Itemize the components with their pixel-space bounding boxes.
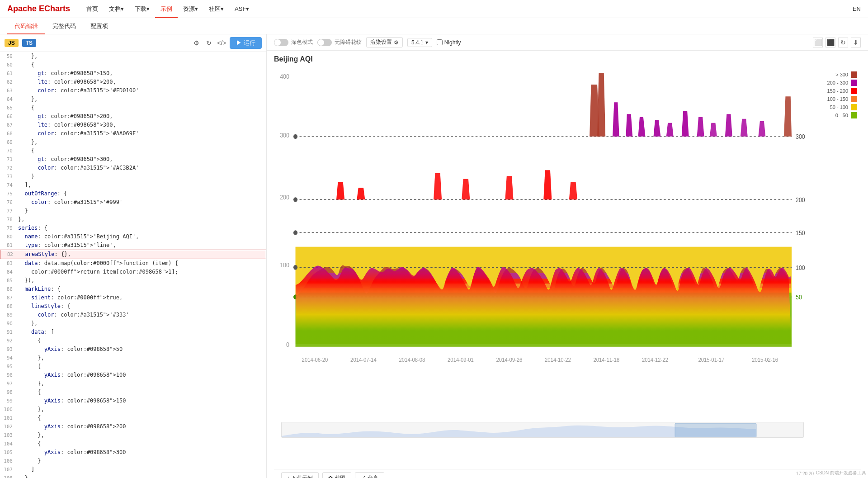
subnav-code-editor[interactable]: 代码编辑 xyxy=(7,18,45,34)
line-content: data: data.map(color:#0000ff">function (… xyxy=(16,259,266,268)
code-line: 90 }, xyxy=(0,319,266,328)
fullscreen-icon[interactable]: ⬛ xyxy=(826,38,835,47)
line-content: ], xyxy=(16,181,266,189)
code-line: 69 }, xyxy=(0,138,266,147)
line-content: }, xyxy=(16,52,266,61)
line-number: 78 xyxy=(0,215,16,224)
subnav-full-code[interactable]: 完整代码 xyxy=(45,18,83,34)
subnav-config[interactable]: 配置项 xyxy=(83,18,115,34)
site-logo[interactable]: Apache ECharts xyxy=(7,4,70,14)
svg-text:2014-08-08: 2014-08-08 xyxy=(399,356,425,363)
code-line: 63 color: color:#a31515">'#FD0100' xyxy=(0,86,266,95)
svg-text:300: 300 xyxy=(280,132,289,139)
left-panel: JS TS ⚙ ↻ </> ▶ 运行 59 },60 {61 gt: color… xyxy=(0,34,267,478)
nav-resources[interactable]: 资源▾ xyxy=(178,0,203,18)
line-number: 69 xyxy=(0,138,16,147)
legend-label-300plus: > 300 xyxy=(835,72,848,77)
code-line: 81 type: color:#a31515">'line', xyxy=(0,241,266,250)
code-line: 94 }, xyxy=(0,354,266,362)
bottom-action-buttons: ↓ 下载示例 ✿ 截图 ↗ 分享 xyxy=(281,472,384,478)
line-number: 89 xyxy=(0,311,16,319)
share-button[interactable]: ↗ 分享 xyxy=(355,472,384,478)
no-flower-label: 无障碍花纹 xyxy=(335,38,362,46)
reload-chart-icon[interactable]: ↻ xyxy=(838,38,848,47)
scrollbar-chart xyxy=(282,422,803,438)
line-content: }, xyxy=(16,354,266,362)
nav-community[interactable]: 社区▾ xyxy=(203,0,229,18)
download-chart-icon[interactable]: ⬇ xyxy=(851,38,861,47)
version-selector[interactable]: 5.4.1 ▾ xyxy=(407,38,432,47)
line-number: 71 xyxy=(0,155,16,164)
version-number: 5.4.1 xyxy=(411,39,424,46)
line-content: color: color:#a31515">'#AA069F' xyxy=(16,129,266,138)
code-icon[interactable]: </> xyxy=(217,38,226,47)
line-content: }), xyxy=(16,276,266,285)
line-number: 94 xyxy=(0,354,16,362)
line-content: { xyxy=(16,336,266,345)
line-number: 98 xyxy=(0,388,16,397)
dark-mode-knob xyxy=(274,39,281,46)
svg-text:2015-01-17: 2015-01-17 xyxy=(698,356,724,363)
nightly-checkbox[interactable] xyxy=(437,39,443,45)
line-content: lineStyle: { xyxy=(16,302,266,311)
line-number: 81 xyxy=(0,241,16,250)
line-number: 61 xyxy=(0,69,16,78)
code-line: 60 { xyxy=(0,61,266,69)
legend-label-150-200: 150 - 200 xyxy=(827,88,848,94)
settings-icon[interactable]: ⚙ xyxy=(192,38,201,47)
nav-docs[interactable]: 文档▾ xyxy=(104,0,129,18)
code-line: 84 color:#0000ff">return item[color:#098… xyxy=(0,268,266,276)
line-number: 68 xyxy=(0,129,16,138)
code-line: 88 lineStyle: { xyxy=(0,302,266,311)
svg-text:100: 100 xyxy=(796,264,805,271)
no-flower-toggle[interactable] xyxy=(317,39,332,46)
line-number: 77 xyxy=(0,207,16,215)
js-lang-button[interactable]: JS xyxy=(5,39,19,47)
line-number: 105 xyxy=(0,448,16,457)
line-content: color: color:#a31515">'#FD0100' xyxy=(16,86,266,95)
run-button[interactable]: ▶ 运行 xyxy=(230,37,262,49)
sub-navigation: 代码编辑 完整代码 配置项 xyxy=(0,18,868,34)
settings-button[interactable]: 渲染设置 ⚙ xyxy=(366,37,403,47)
line-content: yAxis: color:#098658">150 xyxy=(16,397,266,405)
code-line: 86 markLine: { xyxy=(0,285,266,293)
top-navigation: Apache ECharts 首页 文档▾ 下载▾ 示例 资源▾ 社区▾ ASF… xyxy=(0,0,868,18)
nav-download[interactable]: 下载▾ xyxy=(129,0,155,18)
legend-label-0-50: 0 - 50 xyxy=(835,113,848,118)
legend-item-300plus: > 300 xyxy=(815,71,857,78)
dark-mode-toggle[interactable] xyxy=(274,39,288,46)
ts-lang-button[interactable]: TS xyxy=(22,39,36,47)
right-panel: 深色模式 无障碍花纹 渲染设置 ⚙ 5.4.1 ▾ Nightly ⬜ xyxy=(267,34,868,478)
no-flower-knob xyxy=(318,39,324,46)
screenshot-button[interactable]: ✿ 截图 xyxy=(322,472,351,478)
line-content: } xyxy=(16,207,266,215)
nav-lang-switch[interactable]: EN xyxy=(853,5,861,12)
line-number: 85 xyxy=(0,276,16,285)
chart-action-icons: ⬜ ⬛ ↻ ⬇ xyxy=(813,38,861,47)
line-content: }, xyxy=(16,95,266,104)
code-line: 103 }, xyxy=(0,431,266,440)
line-number: 72 xyxy=(0,164,16,172)
line-content: gt: color:#098658">150, xyxy=(16,69,266,78)
svg-text:2015-02-16: 2015-02-16 xyxy=(752,356,778,363)
expand-icon[interactable]: ⬜ xyxy=(813,38,823,47)
settings-label: 渲染设置 xyxy=(370,38,392,46)
line-number: 66 xyxy=(0,112,16,121)
line-content: }, xyxy=(16,379,266,388)
chart-scrollbar[interactable] xyxy=(281,422,804,438)
line-content: { xyxy=(16,440,266,448)
nav-home[interactable]: 首页 xyxy=(81,0,104,18)
code-line: 64 }, xyxy=(0,95,266,104)
line-content: } xyxy=(16,474,266,478)
refresh-icon[interactable]: ↻ xyxy=(204,38,213,47)
nav-asf[interactable]: ASF▾ xyxy=(229,0,255,18)
nav-examples[interactable]: 示例 xyxy=(155,0,178,18)
code-editor[interactable]: 59 },60 {61 gt: color:#098658">150,62 lt… xyxy=(0,52,266,478)
download-example-button[interactable]: ↓ 下载示例 xyxy=(281,472,319,478)
chart-area: 400 300 200 100 0 xyxy=(274,67,811,469)
line-number: 73 xyxy=(0,172,16,181)
code-line: 92 { xyxy=(0,336,266,345)
code-line: 71 gt: color:#098658">300, xyxy=(0,155,266,164)
code-line: 99 yAxis: color:#098658">150 xyxy=(0,397,266,405)
line-number: 108 xyxy=(0,474,16,478)
